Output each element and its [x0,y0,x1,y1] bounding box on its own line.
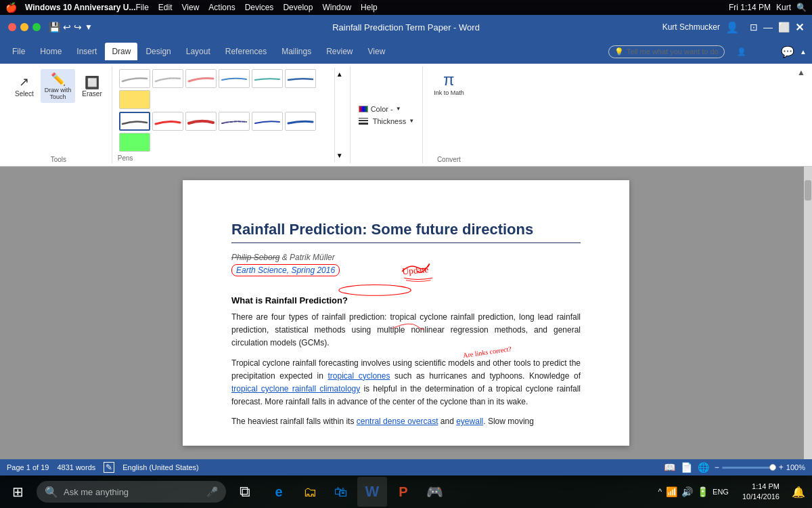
window-maximize-btn[interactable]: ⬜ [778,22,790,33]
search-icon[interactable]: 🔍 [796,3,807,12]
web-layout-icon[interactable]: 🌐 [698,462,709,473]
vertical-scrollbar[interactable] [804,167,812,459]
tab-insert[interactable]: Insert [70,43,104,60]
share-button[interactable]: 👤 Share [730,45,775,59]
pen-swatch-5[interactable] [252,69,283,88]
paragraph-2: Tropical cyclone rainfall forecasting in… [231,357,581,409]
pen-swatch-13[interactable] [285,112,316,131]
maximize-button[interactable] [32,23,41,31]
pen-swatch-4[interactable] [219,69,250,88]
mac-menu-window[interactable]: Window [322,3,351,12]
link-central-dense[interactable]: central dense overcast [357,417,438,426]
scrollbar-thumb[interactable] [805,180,811,200]
task-view-button[interactable]: ⧉ [230,477,260,507]
taskbar-word[interactable]: W [357,477,387,507]
pen-swatch-2[interactable] [152,69,183,88]
quick-save-icon[interactable]: 💾 [49,22,60,33]
tell-me-text: Tell me what you want to do [627,47,719,56]
taskbar-edge[interactable]: e [264,477,294,507]
thickness-button[interactable]: Thickness ▼ [355,115,418,127]
pen-swatch-10[interactable] [185,112,217,131]
link-rainfall-climatology[interactable]: tropical cyclone rainfall climatology [231,384,360,394]
ribbon-collapse-btn[interactable]: ▲ [797,68,805,77]
zoom-control[interactable]: − + 100% [715,463,805,472]
zoom-in-icon[interactable]: + [779,463,784,472]
language-info[interactable]: English (United States) [122,463,199,471]
pen-swatch-6[interactable] [285,69,316,88]
battery-icon[interactable]: 🔋 [697,486,708,497]
undo-icon[interactable]: ↩ [63,22,71,33]
app-name[interactable]: Windows 10 Anniversary U... [25,3,136,12]
print-layout-icon[interactable]: 📄 [681,462,692,473]
mac-menu-edit[interactable]: Edit [158,3,173,12]
tab-design[interactable]: Design [139,43,177,60]
eraser-button[interactable]: 🔲 Eraser [78,72,106,100]
color-swatch-icon [359,106,368,112]
start-button[interactable]: ⊞ [3,477,32,507]
tell-me-bar[interactable]: 💡 Tell me what you want to do [608,45,725,58]
title-bar: 💾 ↩ ↪ ▼ Rainfall Prediction Term Paper -… [0,15,812,39]
read-mode-icon[interactable]: 📖 [664,462,675,473]
window-minimize-btn[interactable]: — [763,22,773,33]
zoom-out-icon[interactable]: − [715,463,719,472]
window-close-btn[interactable]: ✕ [795,21,804,34]
pen-swatch-3[interactable] [185,69,217,88]
link-tropical-cyclones[interactable]: tropical cyclones [328,371,390,381]
mac-menu-actions[interactable]: Actions [208,3,235,12]
pen-swatch-8[interactable] [119,112,150,131]
mac-menu-devices[interactable]: Devices [245,3,274,12]
ribbon-collapse[interactable]: ▲ [800,48,807,56]
language-indicator[interactable]: ENG [713,488,729,496]
notification-button[interactable]: 🔔 [788,486,809,499]
draw-touch-icon: ✏️ [51,72,66,87]
tray-arrow-icon[interactable]: ^ [658,487,662,496]
ribbon-collapse-area: ▲ [796,66,807,163]
pen-swatch-1[interactable] [119,69,150,88]
search-bar[interactable]: 🔍 Ask me anything 🎤 [37,481,226,503]
tab-home[interactable]: Home [33,43,68,60]
thickness-label: Thickness [373,117,407,125]
mac-menu-develop[interactable]: Develop [283,3,313,12]
pen-swatch-9[interactable] [152,112,183,131]
minimize-button[interactable] [20,23,28,31]
draw-touch-button[interactable]: ✏️ Draw withTouch [41,69,76,103]
window-zoom-icon[interactable]: ⊡ [750,22,758,33]
mac-menu-view[interactable]: View [182,3,200,12]
pen-swatch-11[interactable] [219,112,250,131]
eraser-icon: 🔲 [85,75,99,90]
network-icon[interactable]: 📶 [666,486,677,497]
color-button[interactable]: Color - ▼ [355,103,418,115]
pen-swatch-12[interactable] [252,112,283,131]
taskbar-store[interactable]: 🛍 [326,477,356,507]
comment-icon[interactable]: 💬 [781,45,794,58]
tab-file[interactable]: File [5,43,32,60]
taskbar-explorer[interactable]: 🗂 [295,477,325,507]
microphone-icon[interactable]: 🎤 [206,486,218,497]
tab-references[interactable]: References [219,43,273,60]
select-button[interactable]: ↗ Select [11,72,38,100]
mac-menu-file[interactable]: File [136,3,149,12]
close-button[interactable] [8,23,16,31]
zoom-level: 100% [786,463,805,471]
tab-view[interactable]: View [361,43,392,60]
redo-icon[interactable]: ↪ [74,22,82,33]
taskbar-game[interactable]: 🎮 [420,477,449,507]
zoom-slider[interactable] [722,467,776,469]
tab-mailings[interactable]: Mailings [275,43,318,60]
volume-icon[interactable]: 🔊 [681,486,693,497]
link-eyewall[interactable]: eyewall [456,417,483,426]
pen-swatch-7[interactable] [119,90,150,109]
apple-icon[interactable]: 🍎 [5,2,17,13]
tab-layout[interactable]: Layout [179,43,217,60]
customize-icon[interactable]: ▼ [85,22,93,32]
taskbar-powerpoint[interactable]: P [388,477,418,507]
search-placeholder: Ask me anything [64,487,129,497]
tab-review[interactable]: Review [319,43,359,60]
ink-to-math-button[interactable]: π Ink to Math [430,66,468,100]
mac-menu-help[interactable]: Help [361,3,378,12]
ribbon: File Home Insert Draw Design Layout Refe… [0,39,812,167]
pen-overflow-button[interactable]: ▲ ▼ [334,68,344,162]
pen-swatch-14[interactable] [119,133,150,152]
tab-draw[interactable]: Draw [105,43,137,60]
track-changes-icon[interactable]: ✎ [104,462,114,473]
